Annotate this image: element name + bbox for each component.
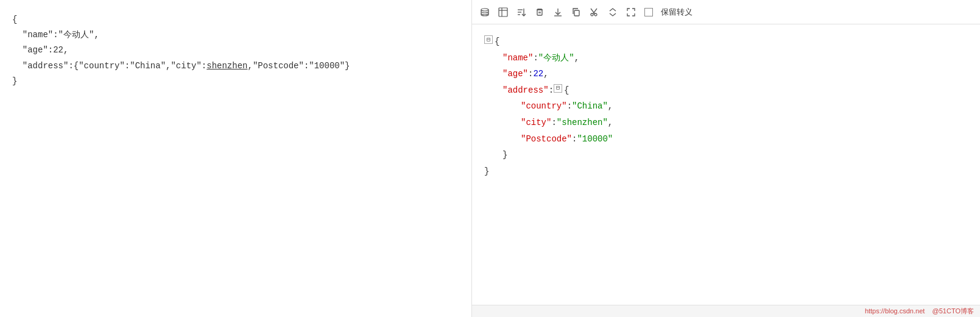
preserve-escape-label[interactable]: 保留转义 xyxy=(661,7,693,18)
table-icon[interactable] xyxy=(496,5,510,19)
fullscreen-icon[interactable] xyxy=(624,5,638,19)
left-editor-panel: { "name":"今动人", "age":22, "address":{"co… xyxy=(0,0,472,317)
json-toolbar: 保留转义 xyxy=(472,0,980,24)
json-city-line: "city" : "shenzhen" , xyxy=(484,115,968,131)
json-viewer-content: ⊟ { "name" : "今动人" , "age" : 22 , "addre… xyxy=(472,24,980,305)
svg-rect-7 xyxy=(537,10,542,15)
footer-links: https://blog.csdn.net @51CTO博客 xyxy=(865,307,974,316)
age-value: 22 xyxy=(533,66,543,82)
city-key: "city" xyxy=(521,115,551,131)
address-key: "address" xyxy=(502,82,549,99)
name-key: "name" xyxy=(502,50,533,66)
underline-word: shenzhen xyxy=(206,61,247,71)
expand-all-icon[interactable] xyxy=(606,5,619,19)
svg-line-16 xyxy=(591,9,595,14)
download-icon[interactable] xyxy=(551,5,565,19)
json-root-open: ⊟ { xyxy=(484,34,968,50)
collapse-root-btn[interactable]: ⊟ xyxy=(484,35,493,44)
svg-rect-1 xyxy=(499,8,507,16)
json-name-line: "name" : "今动人" , xyxy=(484,50,968,66)
postcode-key: "Postcode" xyxy=(521,131,572,148)
age-key: "age" xyxy=(502,66,528,82)
json-address-close: } xyxy=(484,147,968,163)
svg-line-15 xyxy=(593,9,597,14)
json-postcode-line: "Postcode" : "10000" xyxy=(484,131,968,148)
database-icon[interactable] xyxy=(478,5,492,19)
json-address-line: "address" : ⊟ { xyxy=(484,82,968,99)
copy-icon[interactable] xyxy=(569,5,583,19)
json-age-line: "age" : 22 , xyxy=(484,66,968,82)
raw-json-text: { "name":"今动人", "age":22, "address":{"co… xyxy=(12,12,459,89)
svg-rect-12 xyxy=(574,10,579,16)
footer-brand: @51CTO博客 xyxy=(932,307,974,315)
name-value: "今动人" xyxy=(538,50,574,66)
footer-url: https://blog.csdn.net xyxy=(865,307,925,315)
sort-icon[interactable] xyxy=(515,5,528,19)
city-value: "shenzhen" xyxy=(557,115,608,131)
checkbox-icon[interactable] xyxy=(643,5,656,19)
postcode-value: "10000" xyxy=(577,131,613,148)
bottom-bar: https://blog.csdn.net @51CTO博客 xyxy=(472,305,980,317)
json-root-close: } xyxy=(484,163,968,180)
brace-open: { xyxy=(495,34,499,50)
country-key: "country" xyxy=(521,98,567,115)
cut-icon[interactable] xyxy=(588,5,601,19)
svg-point-0 xyxy=(481,9,488,11)
delete-icon[interactable] xyxy=(533,5,546,19)
json-country-line: "country" : "China" , xyxy=(484,98,968,115)
collapse-address-btn[interactable]: ⊟ xyxy=(554,84,562,93)
right-json-panel: 保留转义 ⊟ { "name" : "今动人" , "age" : 22 , "… xyxy=(472,0,980,317)
country-value: "China" xyxy=(572,98,608,115)
